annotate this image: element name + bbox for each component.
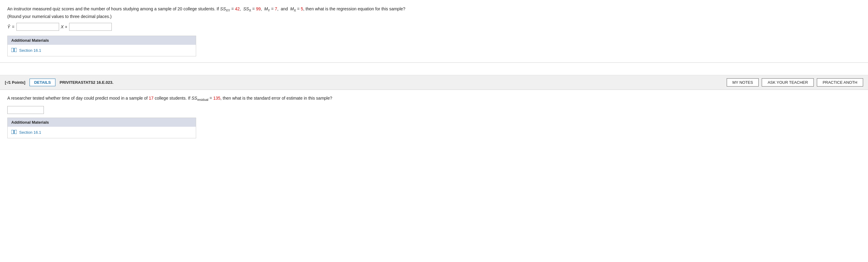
book-icon-2 xyxy=(11,130,17,135)
svg-rect-0 xyxy=(11,48,14,52)
section-16-1-text-2: Section 16.1 xyxy=(19,130,41,135)
svg-rect-3 xyxy=(11,130,14,134)
equation-row: Ŷ = X + xyxy=(7,23,861,31)
ask-your-teacher-button[interactable]: ASK YOUR TEACHER xyxy=(762,78,813,87)
yhat-symbol: Ŷ xyxy=(7,24,10,29)
problem-header-bar: [-/1 Points] DETAILS PRIVITERASTATS2 16.… xyxy=(0,75,868,90)
practice-another-button[interactable]: PRACTICE ANOTH xyxy=(817,78,863,87)
answer-input-row xyxy=(7,106,861,114)
header-buttons: MY NOTES ASK YOUR TEACHER PRACTICE ANOTH xyxy=(727,78,863,87)
additional-materials-header-2: Additional Materials xyxy=(8,118,196,127)
problem-text-part2: , then what is the regression equation f… xyxy=(303,6,405,11)
problem2-text-part2: college students. If xyxy=(154,96,192,100)
sample-val: 17 xyxy=(149,96,154,100)
details-button[interactable]: DETAILS xyxy=(30,79,56,86)
spacer xyxy=(0,63,868,75)
problem-statement-1: An instructor measured quiz scores and t… xyxy=(7,5,861,20)
problem-statement-2: A researcher tested whether time of day … xyxy=(7,95,861,103)
svg-rect-1 xyxy=(14,48,17,52)
standard-error-input[interactable] xyxy=(7,106,44,114)
problem-text-part1: An instructor measured quiz scores and t… xyxy=(7,6,220,11)
additional-materials-header-1: Additional Materials xyxy=(8,36,196,45)
regression-input-1[interactable] xyxy=(17,23,59,31)
round-note: (Round your numerical values to three de… xyxy=(7,14,112,19)
bottom-problem-section: [-/1 Points] DETAILS PRIVITERASTATS2 16.… xyxy=(0,75,868,146)
book-icon-1 xyxy=(11,48,17,53)
section-16-1-link-2[interactable]: Section 16.1 xyxy=(11,130,192,135)
additional-materials-body-1: Section 16.1 xyxy=(8,45,196,56)
equals-sign: = xyxy=(12,24,14,29)
additional-materials-body-2: Section 16.1 xyxy=(8,127,196,138)
x-label: X + xyxy=(61,24,67,29)
bottom-content: A researcher tested whether time of day … xyxy=(0,90,868,146)
problem2-text-part3: , then what is the standard error of est… xyxy=(220,96,332,100)
additional-materials-box-2: Additional Materials Section 16.1 xyxy=(7,118,196,138)
regression-input-2[interactable] xyxy=(69,23,112,31)
points-label: [-/1 Points] xyxy=(5,80,25,85)
additional-materials-box-1: Additional Materials Section 16.1 xyxy=(7,36,196,56)
my-notes-button[interactable]: MY NOTES xyxy=(727,78,759,87)
problem2-text-part1: A researcher tested whether time of day … xyxy=(7,96,149,100)
ss-residual: SSresidual = 135 xyxy=(192,96,220,100)
ssxy-label: SSXY = 42, SSX = 99, MY = 7, and MX = 5 xyxy=(220,6,303,11)
problem-id: PRIVITERASTATS2 16.E.023. xyxy=(60,80,722,85)
svg-rect-4 xyxy=(14,130,17,134)
section-16-1-link-1[interactable]: Section 16.1 xyxy=(11,48,192,53)
section-16-1-text-1: Section 16.1 xyxy=(19,48,41,53)
top-problem-section: An instructor measured quiz scores and t… xyxy=(0,0,868,63)
